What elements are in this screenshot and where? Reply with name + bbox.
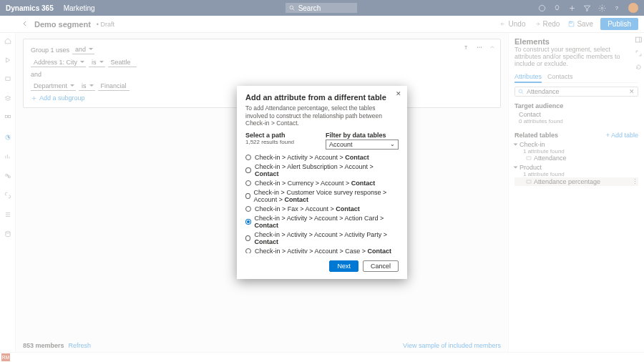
modal-title: Add an attribute from a different table	[245, 93, 399, 102]
path-text: Check-in > Currency > Account > Contact	[255, 180, 375, 187]
path-text: Check-in > Activity > Account > Case > C…	[255, 248, 391, 253]
radio-icon	[245, 206, 251, 212]
results-count: 1,522 results found	[245, 139, 318, 145]
path-text: Check-in > Activity > Account > Contact	[255, 154, 369, 161]
path-text: Check-in > Alert Subscription > Account …	[255, 163, 399, 177]
radio-icon	[245, 193, 250, 199]
path-text: Check-in > Activity > Account > Action C…	[255, 215, 399, 229]
filter-select[interactable]: Account⌄	[326, 140, 399, 150]
select-path-label: Select a path	[245, 132, 318, 139]
radio-icon	[245, 167, 251, 173]
path-list: Check-in > Activity > Account > ContactC…	[245, 153, 399, 253]
radio-icon	[245, 235, 250, 241]
add-attribute-modal: ✕ Add an attribute from a different tabl…	[237, 86, 407, 279]
path-text: Check-in > Fax > Account > Contact	[255, 205, 360, 212]
cancel-button[interactable]: Cancel	[363, 260, 399, 272]
path-option[interactable]: Check-in > Customer Voice survey respons…	[245, 188, 399, 205]
path-option[interactable]: Check-in > Currency > Account > Contact	[245, 179, 399, 188]
radio-icon	[245, 248, 251, 253]
close-icon[interactable]: ✕	[396, 90, 401, 97]
path-option[interactable]: Check-in > Activity > Account > Contact	[245, 153, 399, 162]
path-text: Check-in > Customer Voice survey respons…	[254, 189, 399, 203]
radio-icon	[245, 155, 251, 160]
next-button[interactable]: Next	[329, 260, 358, 272]
path-text: Check-in > Activity > Account > Activity…	[254, 231, 399, 245]
path-option[interactable]: Check-in > Fax > Account > Contact	[245, 205, 399, 214]
filter-label: Filter by data tables	[326, 132, 399, 139]
path-option[interactable]: Check-in > Alert Subscription > Account …	[245, 162, 399, 179]
radio-icon	[245, 219, 251, 225]
modal-desc: To add Attendance percentage, select the…	[245, 104, 399, 127]
path-option[interactable]: Check-in > Activity > Account > Case > C…	[245, 247, 399, 253]
path-option[interactable]: Check-in > Activity > Account > Action C…	[245, 214, 399, 230]
path-option[interactable]: Check-in > Activity > Account > Activity…	[245, 230, 399, 247]
radio-icon	[245, 180, 251, 186]
